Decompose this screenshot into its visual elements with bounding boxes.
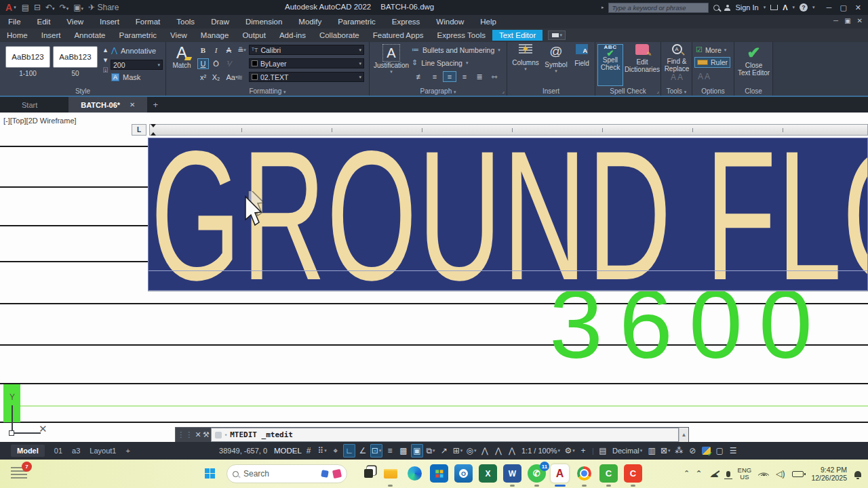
tab-home[interactable]: Home — [0, 30, 35, 41]
spell-check-button[interactable]: ABC✔ SpellCheck — [597, 44, 623, 86]
tab-insert[interactable]: Insert — [35, 30, 68, 41]
tab-add-ins[interactable]: Add-ins — [273, 30, 313, 41]
doc-minimize-button[interactable]: ─ — [833, 17, 838, 24]
find-replace-button[interactable]: A Find &Replace A A — [663, 44, 691, 82]
help-icon[interactable]: ? — [800, 3, 808, 12]
command-caret-icon[interactable]: ▾ — [224, 432, 227, 438]
close-button[interactable]: ✕ — [855, 3, 861, 12]
tab-stop-button[interactable]: L — [132, 124, 146, 136]
lock-ui-button[interactable]: ⊠▾ — [659, 444, 671, 458]
customization-menu-button[interactable]: ☰ — [727, 444, 739, 458]
annotation-scale-icon[interactable]: ⋀ — [506, 444, 518, 458]
windows-start-button[interactable] — [201, 464, 219, 483]
menu-insert[interactable]: Insert — [92, 18, 127, 26]
camtasia-icon[interactable]: C — [599, 464, 618, 483]
center-align-button[interactable]: ≡ — [443, 71, 456, 82]
command-history-icon[interactable] — [215, 432, 222, 439]
left-align-button[interactable]: ≡ — [428, 71, 441, 82]
tab-collaborate[interactable]: Collaborate — [313, 30, 366, 41]
tab-text-editor[interactable]: Text Editor — [492, 30, 542, 41]
chrome-icon[interactable] — [575, 464, 593, 483]
clock[interactable]: 9:42 PM12/26/2025 — [811, 466, 847, 482]
layout-tab-01[interactable]: 01 — [54, 447, 62, 455]
annotative-label[interactable]: Annotative — [121, 47, 156, 55]
minimize-button[interactable]: ─ — [827, 3, 832, 12]
menu-file[interactable]: File — [0, 18, 29, 26]
help-caret-icon[interactable]: ▾ — [812, 5, 815, 10]
object-snap-button[interactable]: ⊡▾ — [370, 444, 382, 458]
file-tab-start[interactable]: Start — [9, 98, 50, 112]
file-tab-close-icon[interactable]: ✕ — [130, 101, 135, 108]
text-height-combo[interactable]: 200▾ — [111, 60, 163, 70]
ribbon-display-toggle[interactable]: ▾ — [548, 30, 566, 40]
menu-draw[interactable]: Draw — [203, 18, 237, 26]
app-store-icon[interactable] — [770, 5, 778, 10]
command-wrench-icon[interactable]: ⚒ — [203, 430, 210, 439]
annotation-monitor-button[interactable]: ≞▾ — [236, 45, 248, 56]
panel-label-paragraph[interactable]: Paragraph ▾ — [370, 87, 507, 95]
font-combo[interactable]: ᵀTCalibri▾ — [249, 45, 364, 55]
style-gallery-expand-button[interactable]: ⍗ — [100, 66, 111, 74]
file-explorer-icon[interactable] — [381, 464, 399, 483]
file-tab-batch06[interactable]: BATCH-06* ✕ — [68, 97, 147, 113]
command-expand-icon[interactable]: ▲ — [679, 428, 688, 442]
object-snap-tracking-button[interactable]: ↗ — [438, 444, 450, 458]
workspace-switcher-button[interactable]: ⚙▾ — [564, 444, 576, 458]
subscript-button[interactable]: X₂ — [210, 72, 222, 83]
doc-close-button[interactable]: ✕ — [857, 17, 863, 24]
paragraph-dialog-launcher-icon[interactable]: ⌟ — [502, 88, 505, 94]
customization-plus-button[interactable]: + — [577, 444, 589, 458]
stack-button[interactable]: ⅟ — [223, 58, 235, 69]
polar-tracking-button[interactable]: ∠ — [357, 444, 369, 458]
tab-view[interactable]: View — [163, 30, 194, 41]
strikethrough-button[interactable]: A — [223, 45, 235, 56]
task-view-button[interactable] — [359, 464, 378, 483]
ortho-mode-button[interactable]: ∟ — [343, 444, 355, 458]
recorder-icon[interactable]: C — [624, 464, 642, 483]
fullscreen-button[interactable]: ▢ — [713, 444, 726, 458]
field-button[interactable]: Field — [571, 44, 593, 67]
color-combo[interactable]: ByLayer▾ — [249, 58, 364, 68]
sign-in-caret-icon[interactable]: ▾ — [764, 5, 766, 10]
transparency-button[interactable]: ▩ — [397, 444, 410, 458]
save-button[interactable]: ▤ — [22, 3, 29, 12]
tab-manage[interactable]: Manage — [194, 30, 236, 41]
maximize-button[interactable]: ▢ — [840, 3, 846, 12]
store-icon[interactable] — [430, 464, 448, 483]
bold-button[interactable]: B — [197, 45, 209, 56]
more-label[interactable]: More — [705, 46, 722, 54]
language-indicator[interactable]: ENGUS — [738, 467, 752, 481]
tab-featured-apps[interactable]: Featured Apps — [366, 30, 431, 41]
layout-tab-layout1[interactable]: Layout1 — [90, 447, 116, 455]
plot-button[interactable]: ⊟ — [34, 3, 41, 12]
3d-object-snap-button[interactable]: ⧉▾ — [425, 444, 437, 458]
menu-view[interactable]: View — [58, 18, 92, 26]
justify-align-button[interactable]: ≣ — [473, 71, 486, 82]
excel-icon[interactable]: X — [479, 464, 497, 483]
viewport-controls[interactable]: [-][Top][2D Wireframe] — [3, 117, 77, 125]
search-icon[interactable] — [713, 5, 719, 11]
selection-filtering-button[interactable]: ◎▾ — [465, 444, 477, 458]
style-scroll-down-button[interactable]: ▾ — [100, 56, 111, 64]
qsave-button[interactable]: ▣▾ — [73, 3, 83, 12]
dock-grip-icon[interactable]: ⋮⋮ — [177, 430, 193, 439]
line-spacing-label[interactable]: Line Spacing — [421, 59, 462, 67]
annotation-scale-button[interactable]: 1:1 / 100%▾ — [519, 444, 562, 458]
new-layout-button[interactable]: + — [125, 447, 130, 455]
snap-mode-button[interactable]: ⠿▾ — [316, 444, 328, 458]
edit-dictionaries-button[interactable]: EditDictionaries — [624, 44, 660, 73]
battery-icon[interactable] — [792, 471, 804, 477]
notifications-bell-icon[interactable] — [854, 471, 861, 477]
overline-button[interactable]: Ō — [210, 58, 222, 69]
menu-modify[interactable]: Modify — [290, 18, 330, 26]
distribute-align-button[interactable]: ⇿ — [488, 71, 501, 82]
menu-window[interactable]: Window — [428, 18, 472, 26]
taskbar-search[interactable]: Search — [226, 464, 347, 483]
volume-icon[interactable]: ◁) — [776, 469, 785, 479]
columns-button[interactable]: Columns▾ — [511, 44, 540, 72]
tab-parametric[interactable]: Parametric — [113, 30, 164, 41]
autodesk-logo-icon[interactable]: Λ — [783, 3, 787, 12]
menu-express[interactable]: Express — [384, 18, 429, 26]
menu-parametric[interactable]: Parametric — [330, 18, 384, 26]
italic-button[interactable]: I — [210, 45, 222, 56]
